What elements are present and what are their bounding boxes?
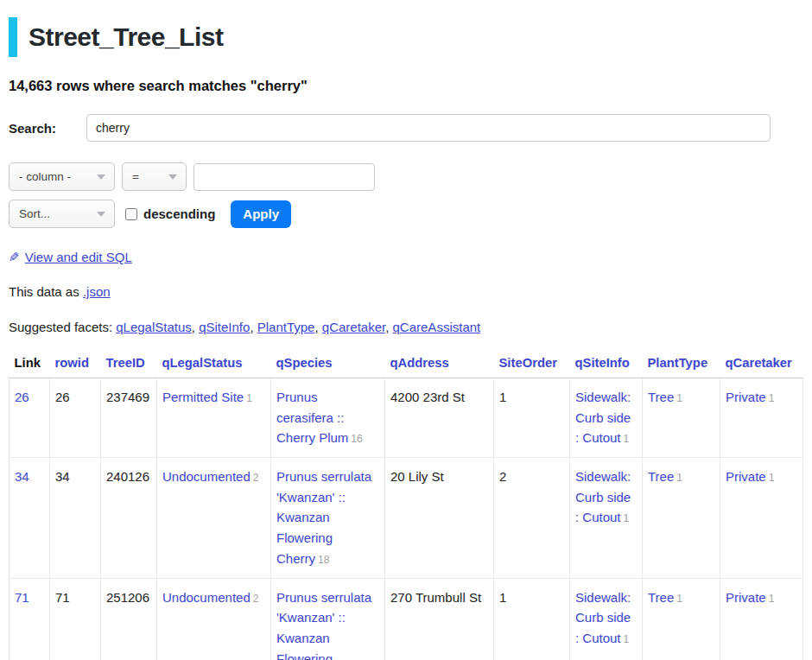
row-link[interactable]: 71: [15, 590, 29, 605]
facet-count: 1: [676, 472, 682, 484]
cell-qspecies: Prunus serrulata 'Kwanzan' :: Kwanzan Fl…: [271, 458, 385, 578]
table-header: Link rowid TreeID qLegalStatus qSpecies …: [10, 349, 803, 378]
cell-qlegalstatus: Undocumented2: [157, 458, 271, 578]
column-header-siteorder[interactable]: SiteOrder: [494, 349, 570, 378]
facet-count: 1: [676, 593, 682, 605]
cell-rowid: 34: [50, 458, 101, 578]
column-select[interactable]: - column -: [9, 162, 115, 191]
qsiteinfo-value-link[interactable]: Sidewalk: Curb side : Cutout: [575, 590, 631, 645]
qsiteinfo-sort-link[interactable]: qSiteInfo: [575, 356, 630, 370]
planttype-value-link[interactable]: Tree: [648, 390, 674, 404]
json-link[interactable]: .json: [83, 284, 111, 299]
facet-separator: ,: [314, 320, 321, 334]
cell-qaddress: 4200 23rd St: [385, 378, 494, 458]
facet-link-qsiteinfo[interactable]: qSiteInfo: [199, 320, 250, 334]
suggested-facets-label: Suggested facets:: [9, 320, 116, 334]
cell-treeid: 240126: [101, 458, 157, 578]
treeid-sort-link[interactable]: TreeID: [106, 356, 145, 370]
facet-separator: ,: [250, 320, 257, 334]
qspecies-value-link[interactable]: Prunus serrulata 'Kwanzan' :: Kwanzan Fl…: [276, 469, 371, 566]
cell-qaddress: 20 Lily St: [385, 458, 494, 578]
facet-link-qcareassistant[interactable]: qCareAssistant: [393, 320, 481, 334]
facet-count: 1: [246, 392, 252, 404]
qsiteinfo-value-link[interactable]: Sidewalk: Curb side : Cutout: [575, 469, 631, 524]
planttype-value-link[interactable]: Tree: [648, 469, 674, 484]
facet-count: 1: [624, 512, 630, 524]
row-link[interactable]: 34: [15, 469, 29, 484]
cell-treeid: 251206: [101, 578, 157, 660]
sort-select-value: Sort...: [19, 207, 50, 220]
page-title: Street_Tree_List: [9, 17, 803, 57]
operator-select-value: =: [132, 170, 139, 183]
planttype-value-link[interactable]: Tree: [648, 590, 674, 605]
qlegalstatus-value-link[interactable]: Undocumented: [162, 469, 251, 484]
row-link[interactable]: 26: [15, 390, 29, 404]
cell-planttype: Tree1: [643, 578, 720, 660]
suggested-facets-row: Suggested facets: qLegalStatus, qSiteInf…: [9, 320, 803, 334]
facet-count: 1: [769, 392, 775, 404]
cell-link: 34: [10, 458, 50, 578]
cell-siteorder: 1: [494, 578, 570, 660]
facet-count: 1: [769, 593, 775, 605]
operator-select[interactable]: =: [122, 162, 187, 191]
descending-label: descending: [143, 206, 215, 221]
cell-qspecies: Prunus serrulata 'Kwanzan' :: Kwanzan Fl…: [271, 578, 385, 660]
column-header-link: Link: [10, 349, 50, 378]
data-as-row: This data as .json: [9, 284, 803, 299]
chevron-down-icon: [97, 212, 105, 217]
cell-qcaretaker: Private1: [720, 378, 803, 458]
column-header-rowid[interactable]: rowid: [50, 349, 101, 378]
qspecies-sort-link[interactable]: qSpecies: [276, 356, 333, 370]
search-label: Search:: [9, 121, 86, 136]
facet-link-planttype[interactable]: PlantType: [257, 320, 315, 334]
qcaretaker-value-link[interactable]: Private: [726, 590, 766, 605]
qlegalstatus-value-link[interactable]: Permitted Site: [162, 390, 244, 404]
qaddress-sort-link[interactable]: qAddress: [390, 356, 449, 370]
facet-link-qlegalstatus[interactable]: qLegalStatus: [116, 320, 192, 334]
facet-count: 1: [769, 472, 775, 484]
cell-qsiteinfo: Sidewalk: Curb side : Cutout1: [570, 578, 643, 660]
rowid-sort-link[interactable]: rowid: [55, 356, 89, 370]
facet-count: 1: [624, 433, 630, 445]
qspecies-value-link[interactable]: Prunus serrulata 'Kwanzan' :: Kwanzan Fl…: [276, 590, 371, 660]
table-row: 71 71 251206 Undocumented2 Prunus serrul…: [10, 578, 803, 660]
qlegalstatus-sort-link[interactable]: qLegalStatus: [162, 356, 243, 370]
descending-checkbox[interactable]: [125, 208, 137, 220]
apply-button[interactable]: Apply: [231, 200, 291, 228]
facet-separator: ,: [385, 320, 392, 334]
filter-value-input[interactable]: [193, 163, 375, 191]
cell-qcaretaker: Private1: [720, 578, 803, 660]
chevron-down-icon: [168, 175, 177, 180]
qspecies-value-link[interactable]: Prunus cerasifera :: Cherry Plum: [276, 390, 348, 445]
view-edit-sql-link[interactable]: View and edit SQL: [25, 250, 132, 264]
qcaretaker-value-link[interactable]: Private: [726, 469, 766, 484]
facet-count: 1: [624, 633, 630, 645]
facet-link-qcaretaker[interactable]: qCaretaker: [322, 320, 385, 334]
column-select-value: - column -: [19, 170, 71, 183]
facet-separator: ,: [192, 320, 199, 334]
cell-treeid: 237469: [101, 378, 157, 458]
column-header-qcaretaker[interactable]: qCaretaker: [720, 349, 803, 378]
qcaretaker-sort-link[interactable]: qCaretaker: [726, 356, 792, 370]
cell-planttype: Tree1: [643, 458, 720, 578]
qlegalstatus-value-link[interactable]: Undocumented: [162, 590, 251, 605]
qcaretaker-value-link[interactable]: Private: [726, 390, 766, 404]
planttype-sort-link[interactable]: PlantType: [648, 356, 708, 370]
facet-count: 18: [318, 554, 329, 566]
search-input[interactable]: [86, 114, 771, 142]
column-header-qlegalstatus[interactable]: qLegalStatus: [157, 349, 271, 378]
row-count-summary: 14,663 rows where search matches "cherry…: [9, 78, 803, 94]
qsiteinfo-value-link[interactable]: Sidewalk: Curb side : Cutout: [575, 390, 631, 445]
column-header-qsiteinfo[interactable]: qSiteInfo: [570, 349, 643, 378]
sort-select[interactable]: Sort...: [9, 200, 115, 228]
column-header-qaddress[interactable]: qAddress: [385, 349, 494, 378]
cell-siteorder: 1: [494, 378, 570, 458]
column-header-qspecies[interactable]: qSpecies: [271, 349, 385, 378]
siteorder-sort-link[interactable]: SiteOrder: [499, 356, 557, 370]
cell-qspecies: Prunus cerasifera :: Cherry Plum16: [271, 378, 385, 458]
data-as-prefix: This data as: [9, 284, 83, 299]
facet-count: 2: [253, 593, 259, 605]
results-table: Link rowid TreeID qLegalStatus qSpecies …: [9, 349, 803, 660]
column-header-treeid[interactable]: TreeID: [101, 349, 157, 378]
column-header-planttype[interactable]: PlantType: [643, 349, 720, 378]
